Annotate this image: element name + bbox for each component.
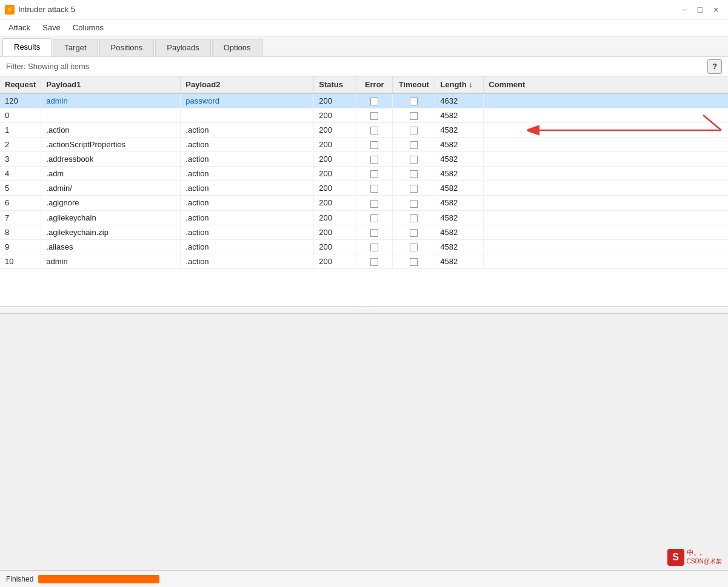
cell-request: 120: [0, 93, 41, 108]
cell-comment: [484, 181, 728, 196]
menu-attack[interactable]: Attack: [2, 21, 36, 35]
cell-comment: [484, 210, 728, 225]
error-checkbox[interactable]: [370, 229, 378, 237]
table-row[interactable]: 6.agignore.action2004582: [0, 196, 728, 210]
tab-results[interactable]: Results: [2, 38, 52, 56]
cell-length: 4582: [435, 123, 484, 138]
menu-save[interactable]: Save: [36, 21, 67, 35]
timeout-checkbox[interactable]: [410, 170, 418, 178]
cell-status: 200: [314, 167, 356, 181]
table-row[interactable]: 10admin.action2004582: [0, 254, 728, 268]
cell-payload2: .action: [181, 152, 314, 167]
col-header-request[interactable]: Request: [0, 76, 41, 93]
cell-error: [356, 123, 393, 138]
cell-request: 1: [0, 123, 41, 138]
table-row[interactable]: 9.aliases.action2004582: [0, 239, 728, 254]
cell-length: 4582: [435, 181, 484, 196]
cell-payload1: .aliases: [41, 239, 181, 254]
payload1-link[interactable]: admin: [46, 96, 67, 105]
error-checkbox[interactable]: [370, 141, 378, 149]
col-header-payload2[interactable]: Payload2: [181, 76, 314, 93]
error-checkbox[interactable]: [370, 170, 378, 178]
timeout-checkbox[interactable]: [410, 127, 418, 134]
cell-timeout: [393, 254, 435, 268]
cell-length: 4582: [435, 225, 484, 239]
error-checkbox[interactable]: [370, 98, 378, 105]
col-header-status[interactable]: Status: [314, 76, 356, 93]
help-button[interactable]: ?: [707, 59, 722, 74]
cell-status: 200: [314, 225, 356, 239]
table-row[interactable]: 8.agilekeychain.zip.action2004582: [0, 225, 728, 239]
resize-handle[interactable]: · · ·: [0, 307, 728, 314]
results-table-container[interactable]: Request Payload1 Payload2 Status Error T…: [0, 76, 728, 307]
error-checkbox[interactable]: [370, 127, 378, 134]
cell-error: [356, 138, 393, 152]
table-row[interactable]: 02004582: [0, 108, 728, 123]
timeout-checkbox[interactable]: [410, 156, 418, 164]
table-row[interactable]: 3.addressbook.action2004582: [0, 152, 728, 167]
payload2-link[interactable]: password: [185, 96, 219, 105]
cell-length: 4582: [435, 239, 484, 254]
cell-status: 200: [314, 93, 356, 108]
col-header-timeout[interactable]: Timeout: [393, 76, 435, 93]
table-row[interactable]: 1.action.action2004582: [0, 123, 728, 138]
tab-payloads[interactable]: Payloads: [155, 39, 210, 56]
resize-dots-icon: · · ·: [355, 307, 373, 313]
cell-payload1: .agilekeychain.zip: [41, 225, 181, 239]
tab-positions[interactable]: Positions: [99, 39, 155, 56]
cell-request: 0: [0, 108, 41, 123]
minimize-button[interactable]: −: [677, 2, 692, 17]
cell-request: 5: [0, 181, 41, 196]
timeout-checkbox[interactable]: [410, 141, 418, 149]
timeout-checkbox[interactable]: [410, 112, 418, 120]
cell-payload1: .admin/: [41, 181, 181, 196]
menu-columns[interactable]: Columns: [67, 21, 110, 35]
cell-error: [356, 181, 393, 196]
watermark-text: 中、, CSDN@术架: [687, 548, 723, 566]
cell-payload2: password: [181, 93, 314, 108]
cell-comment: [484, 254, 728, 268]
timeout-checkbox[interactable]: [410, 185, 418, 193]
col-header-length[interactable]: Length ↓: [435, 76, 484, 93]
tab-options[interactable]: Options: [212, 39, 262, 56]
cell-length: 4582: [435, 138, 484, 152]
error-checkbox[interactable]: [370, 185, 378, 193]
table-row[interactable]: 5.admin/.action2004582: [0, 181, 728, 196]
col-header-comment[interactable]: Comment: [484, 76, 728, 93]
cell-payload1: .agilekeychain: [41, 210, 181, 225]
timeout-checkbox[interactable]: [410, 200, 418, 208]
table-row[interactable]: 4.adm.action2004582: [0, 167, 728, 181]
cell-length: 4582: [435, 196, 484, 210]
table-row[interactable]: 7.agilekeychain.action2004582: [0, 210, 728, 225]
timeout-checkbox[interactable]: [410, 214, 418, 222]
cell-timeout: [393, 239, 435, 254]
cell-payload1: .actionScriptProperties: [41, 138, 181, 152]
tab-target[interactable]: Target: [53, 39, 98, 56]
cell-payload2: .action: [181, 239, 314, 254]
cell-error: [356, 225, 393, 239]
status-bar: Finished: [0, 570, 728, 587]
timeout-checkbox[interactable]: [410, 244, 418, 251]
error-checkbox[interactable]: [370, 214, 378, 222]
cell-request: 6: [0, 196, 41, 210]
error-checkbox[interactable]: [370, 200, 378, 208]
cell-payload2: .action: [181, 123, 314, 138]
error-checkbox[interactable]: [370, 244, 378, 251]
cell-status: 200: [314, 254, 356, 268]
timeout-checkbox[interactable]: [410, 98, 418, 105]
cell-payload2: .action: [181, 167, 314, 181]
cell-payload1: [41, 108, 181, 123]
close-button[interactable]: ×: [709, 2, 723, 17]
error-checkbox[interactable]: [370, 156, 378, 164]
col-header-error[interactable]: Error: [356, 76, 393, 93]
table-row[interactable]: 2.actionScriptProperties.action2004582: [0, 138, 728, 152]
table-row[interactable]: 120adminpassword2004632: [0, 93, 728, 108]
cell-payload1: admin: [41, 254, 181, 268]
timeout-checkbox[interactable]: [410, 258, 418, 266]
timeout-checkbox[interactable]: [410, 229, 418, 237]
maximize-button[interactable]: □: [693, 2, 707, 17]
col-header-payload1[interactable]: Payload1: [41, 76, 181, 93]
error-checkbox[interactable]: [370, 112, 378, 120]
cell-comment: [484, 123, 728, 138]
error-checkbox[interactable]: [370, 258, 378, 266]
